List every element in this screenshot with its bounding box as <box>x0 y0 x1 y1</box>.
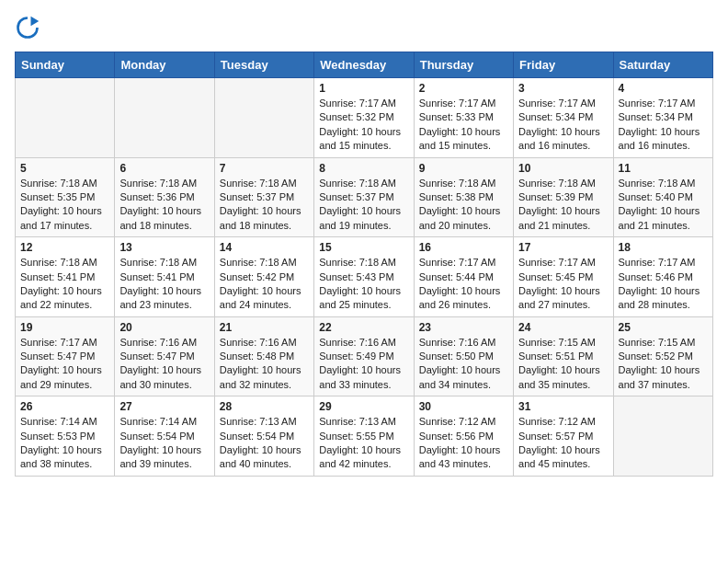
sunrise-text: Sunrise: 7:18 AM <box>518 178 596 189</box>
daylight-minutes-text: and 33 minutes. <box>319 379 391 390</box>
daylight-minutes-text: and 30 minutes. <box>119 379 191 390</box>
sunset-text: Sunset: 5:47 PM <box>119 350 194 362</box>
day-info: Sunrise: 7:17 AMSunset: 5:46 PMDaylight:… <box>619 256 708 313</box>
sunrise-text: Sunrise: 7:18 AM <box>319 257 396 268</box>
daylight-minutes-text: and 19 minutes. <box>319 220 391 231</box>
day-info: Sunrise: 7:17 AMSunset: 5:34 PMDaylight:… <box>619 97 708 154</box>
sunrise-text: Sunrise: 7:18 AM <box>119 178 197 189</box>
daylight-hours-text: Daylight: 10 hours <box>319 364 401 375</box>
calendar-week-2: 5Sunrise: 7:18 AMSunset: 5:35 PMDaylight… <box>16 157 713 237</box>
daylight-hours-text: Daylight: 10 hours <box>619 126 700 137</box>
calendar-week-5: 26Sunrise: 7:14 AMSunset: 5:53 PMDayligh… <box>16 396 713 477</box>
day-info: Sunrise: 7:13 AMSunset: 5:55 PMDaylight:… <box>319 415 408 472</box>
daylight-minutes-text: and 18 minutes. <box>119 220 191 231</box>
day-number: 31 <box>518 400 608 413</box>
day-info: Sunrise: 7:12 AMSunset: 5:57 PMDaylight:… <box>518 415 608 472</box>
calendar-table: SundayMondayTuesdayWednesdayThursdayFrid… <box>15 52 713 477</box>
sunset-text: Sunset: 5:43 PM <box>319 271 393 282</box>
day-of-week-tuesday: Tuesday <box>214 52 313 78</box>
sunrise-text: Sunrise: 7:18 AM <box>20 178 97 189</box>
day-number: 22 <box>319 321 408 334</box>
daylight-minutes-text: and 45 minutes. <box>518 458 590 469</box>
day-of-week-monday: Monday <box>115 52 214 78</box>
logo-icon <box>15 15 40 40</box>
day-of-week-saturday: Saturday <box>613 52 712 78</box>
sunrise-text: Sunrise: 7:16 AM <box>119 337 197 348</box>
sunrise-text: Sunrise: 7:17 AM <box>20 337 97 348</box>
sunset-text: Sunset: 5:57 PM <box>518 431 593 442</box>
sunset-text: Sunset: 5:45 PM <box>518 271 593 282</box>
calendar-cell <box>115 78 214 158</box>
calendar-cell: 6Sunrise: 7:18 AMSunset: 5:36 PMDaylight… <box>115 157 214 237</box>
page-header <box>15 15 713 40</box>
daylight-hours-text: Daylight: 10 hours <box>419 205 501 216</box>
sunrise-text: Sunrise: 7:18 AM <box>319 178 396 189</box>
sunset-text: Sunset: 5:40 PM <box>619 191 693 202</box>
day-number: 11 <box>619 162 708 175</box>
sunrise-text: Sunrise: 7:18 AM <box>220 178 297 189</box>
sunset-text: Sunset: 5:47 PM <box>20 350 95 362</box>
calendar-cell: 23Sunrise: 7:16 AMSunset: 5:50 PMDayligh… <box>414 316 513 396</box>
day-info: Sunrise: 7:13 AMSunset: 5:54 PMDaylight:… <box>220 415 309 472</box>
calendar-cell: 11Sunrise: 7:18 AMSunset: 5:40 PMDayligh… <box>613 157 712 237</box>
day-of-week-sunday: Sunday <box>16 52 115 78</box>
day-info: Sunrise: 7:17 AMSunset: 5:44 PMDaylight:… <box>419 256 508 313</box>
daylight-hours-text: Daylight: 10 hours <box>119 285 201 296</box>
day-number: 15 <box>319 241 408 254</box>
day-number: 14 <box>220 241 309 254</box>
day-info: Sunrise: 7:16 AMSunset: 5:47 PMDaylight:… <box>119 336 209 393</box>
day-info: Sunrise: 7:17 AMSunset: 5:47 PMDaylight:… <box>20 336 109 393</box>
calendar-cell: 9Sunrise: 7:18 AMSunset: 5:38 PMDaylight… <box>414 157 513 237</box>
day-number: 27 <box>119 400 209 413</box>
sunrise-text: Sunrise: 7:17 AM <box>419 257 496 268</box>
calendar-week-3: 12Sunrise: 7:18 AMSunset: 5:41 PMDayligh… <box>16 237 713 317</box>
day-number: 1 <box>319 82 408 95</box>
daylight-hours-text: Daylight: 10 hours <box>220 285 301 296</box>
day-number: 7 <box>220 162 309 175</box>
calendar-cell: 26Sunrise: 7:14 AMSunset: 5:53 PMDayligh… <box>16 396 115 477</box>
sunset-text: Sunset: 5:53 PM <box>20 431 95 442</box>
day-info: Sunrise: 7:12 AMSunset: 5:56 PMDaylight:… <box>419 415 508 472</box>
day-number: 28 <box>220 400 309 413</box>
day-info: Sunrise: 7:18 AMSunset: 5:36 PMDaylight:… <box>119 177 209 234</box>
daylight-minutes-text: and 16 minutes. <box>518 140 590 151</box>
sunrise-text: Sunrise: 7:16 AM <box>419 337 496 348</box>
calendar-cell: 3Sunrise: 7:17 AMSunset: 5:34 PMDaylight… <box>514 78 613 158</box>
calendar-cell: 13Sunrise: 7:18 AMSunset: 5:41 PMDayligh… <box>115 237 214 317</box>
svg-marker-1 <box>31 17 40 27</box>
sunrise-text: Sunrise: 7:17 AM <box>518 257 596 268</box>
day-number: 13 <box>119 241 209 254</box>
day-info: Sunrise: 7:16 AMSunset: 5:49 PMDaylight:… <box>319 336 408 393</box>
daylight-hours-text: Daylight: 10 hours <box>20 444 102 455</box>
calendar-week-1: 1Sunrise: 7:17 AMSunset: 5:32 PMDaylight… <box>16 78 713 158</box>
sunrise-text: Sunrise: 7:17 AM <box>419 98 496 109</box>
sunrise-text: Sunrise: 7:15 AM <box>619 337 696 348</box>
daylight-hours-text: Daylight: 10 hours <box>419 285 501 296</box>
calendar-cell: 4Sunrise: 7:17 AMSunset: 5:34 PMDaylight… <box>613 78 712 158</box>
daylight-hours-text: Daylight: 10 hours <box>119 444 201 455</box>
daylight-hours-text: Daylight: 10 hours <box>619 285 700 296</box>
logo <box>15 15 44 40</box>
sunset-text: Sunset: 5:33 PM <box>419 111 494 122</box>
calendar-cell: 8Sunrise: 7:18 AMSunset: 5:37 PMDaylight… <box>314 157 414 237</box>
day-number: 17 <box>518 241 608 254</box>
day-number: 24 <box>518 321 608 334</box>
calendar-cell: 30Sunrise: 7:12 AMSunset: 5:56 PMDayligh… <box>414 396 513 477</box>
calendar-cell: 19Sunrise: 7:17 AMSunset: 5:47 PMDayligh… <box>16 316 115 396</box>
daylight-hours-text: Daylight: 10 hours <box>319 126 401 137</box>
daylight-hours-text: Daylight: 10 hours <box>220 364 301 375</box>
daylight-minutes-text: and 27 minutes. <box>518 299 590 310</box>
daylight-minutes-text: and 15 minutes. <box>419 140 491 151</box>
day-info: Sunrise: 7:18 AMSunset: 5:41 PMDaylight:… <box>119 256 209 313</box>
day-number: 10 <box>518 162 608 175</box>
daylight-hours-text: Daylight: 10 hours <box>518 205 600 216</box>
day-info: Sunrise: 7:17 AMSunset: 5:34 PMDaylight:… <box>518 97 608 154</box>
daylight-minutes-text: and 28 minutes. <box>619 299 690 310</box>
sunset-text: Sunset: 5:39 PM <box>518 191 593 202</box>
daylight-minutes-text: and 25 minutes. <box>319 299 391 310</box>
sunset-text: Sunset: 5:32 PM <box>319 111 393 122</box>
sunset-text: Sunset: 5:36 PM <box>119 191 194 202</box>
day-info: Sunrise: 7:18 AMSunset: 5:43 PMDaylight:… <box>319 256 408 313</box>
daylight-minutes-text: and 21 minutes. <box>619 220 690 231</box>
daylight-hours-text: Daylight: 10 hours <box>419 364 501 375</box>
